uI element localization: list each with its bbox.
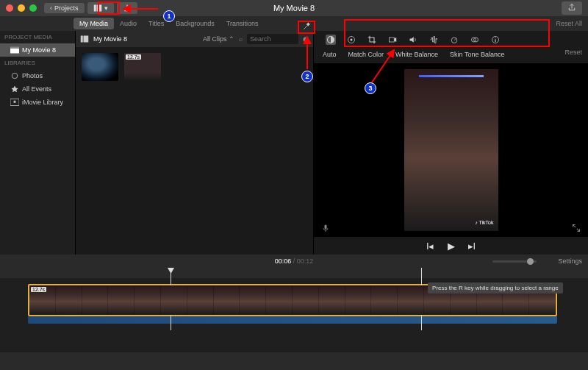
main-area: PROJECT MEDIA My Movie 8 LIBRARIES Photo… <box>0 31 588 255</box>
svg-rect-16 <box>325 225 327 230</box>
timeline-settings-button[interactable]: Settings <box>558 257 582 265</box>
svg-rect-7 <box>84 36 89 43</box>
sidebar: PROJECT MEDIA My Movie 8 LIBRARIES Photo… <box>0 31 76 255</box>
svg-rect-3 <box>10 47 19 49</box>
import-button[interactable] <box>117 2 137 14</box>
library-star-icon <box>10 98 19 107</box>
timeline-header: 00:06 / 00:12 Settings <box>0 255 588 268</box>
cb-match-color[interactable]: Match Color <box>348 51 384 58</box>
sidebar-item-project[interactable]: My Movie 8 <box>0 43 75 57</box>
play-icon[interactable]: ▶ <box>448 241 455 252</box>
sidebar-item-label: All Events <box>22 85 51 93</box>
clip-duration-badge: 12.7s <box>126 54 141 60</box>
back-label: Projects <box>54 4 79 12</box>
star-icon <box>10 85 19 93</box>
layout-icon <box>93 4 102 13</box>
preview-panel: Auto Match Color White Balance Skin Tone… <box>314 31 588 255</box>
sidebar-header-project-media: PROJECT MEDIA <box>0 31 75 43</box>
tab-backgrounds[interactable]: Backgrounds <box>170 18 220 29</box>
media-header: My Movie 8 All Clips ⌃ ⌕ ◐ <box>76 31 313 47</box>
search-input[interactable] <box>247 34 298 44</box>
cb-white-balance[interactable]: White Balance <box>395 51 438 58</box>
noise-reduction-icon[interactable] <box>429 35 439 45</box>
video-preview[interactable]: ♪ TikTok <box>404 69 498 231</box>
reset-button[interactable]: Reset <box>564 49 582 56</box>
range-select-tooltip: Press the R key while dragging to select… <box>428 282 563 293</box>
filter-icon[interactable]: ◐ <box>303 35 309 43</box>
chevron-down-icon: ▾ <box>104 4 108 12</box>
adjustments-icons <box>323 34 579 46</box>
sidebar-item-photos[interactable]: Photos <box>0 69 75 82</box>
chevron-left-icon: ‹ <box>50 4 52 12</box>
playback-controls: I◂ ▶ ▸I <box>314 237 588 255</box>
media-title: My Movie 8 <box>93 35 127 43</box>
photos-icon <box>10 71 19 80</box>
sidebar-item-label: Photos <box>22 72 43 79</box>
audio-clip-strip[interactable] <box>28 316 557 324</box>
svg-rect-1 <box>96 5 101 12</box>
speed-icon[interactable] <box>449 35 459 45</box>
svg-rect-2 <box>10 49 19 54</box>
fullscreen-preview-icon[interactable] <box>572 224 581 234</box>
clapperboard-icon <box>10 46 19 54</box>
adjustments-toolbar: Auto Match Color White Balance Skin Tone… <box>314 31 588 63</box>
svg-rect-11 <box>390 38 395 42</box>
search-icon: ⌕ <box>239 35 243 43</box>
share-button[interactable] <box>562 1 582 15</box>
svg-rect-0 <box>93 5 96 12</box>
minimize-window-icon[interactable] <box>18 4 25 12</box>
download-arrow-icon <box>123 4 132 13</box>
sidebar-header-libraries: LIBRARIES <box>0 57 75 69</box>
media-clip-2[interactable]: 12.7s <box>124 53 161 81</box>
tab-audio[interactable]: Audio <box>114 18 143 29</box>
svg-point-10 <box>351 39 353 41</box>
library-layout-button[interactable]: ▾ <box>87 2 114 14</box>
info-icon[interactable] <box>490 35 501 45</box>
sidebar-item-imovie-library[interactable]: iMovie Library <box>0 96 75 109</box>
sidebar-item-label: iMovie Library <box>22 99 63 106</box>
color-balance-tabs: Auto Match Color White Balance Skin Tone… <box>323 49 579 60</box>
zoom-slider[interactable] <box>492 260 537 263</box>
color-balance-icon[interactable] <box>326 35 336 45</box>
titlebar: ‹ Projects ▾ My Movie 8 <box>0 0 588 16</box>
tab-titles[interactable]: Titles <box>143 18 170 29</box>
tabs-row: My Media Audio Titles Backgrounds Transi… <box>0 16 588 31</box>
svg-rect-6 <box>81 36 83 43</box>
volume-icon[interactable] <box>408 35 418 45</box>
svg-point-4 <box>12 73 18 79</box>
media-panel: My Movie 8 All Clips ⌃ ⌕ ◐ 12.7s <box>76 31 314 255</box>
timeline-time: 00:06 / 00:12 <box>275 257 314 265</box>
next-frame-icon[interactable]: ▸I <box>468 241 476 252</box>
window-title: My Movie 8 <box>273 4 315 13</box>
cb-skin-tone[interactable]: Skin Tone Balance <box>450 51 504 58</box>
clip-filter-icon[interactable] <box>470 35 480 45</box>
timeline-ruler[interactable] <box>0 268 588 278</box>
media-clip-1[interactable] <box>82 53 118 81</box>
sidebar-item-label: My Movie 8 <box>22 46 56 54</box>
tiktok-watermark: ♪ TikTok <box>475 220 493 225</box>
list-toggle-icon[interactable] <box>80 35 89 43</box>
close-window-icon[interactable] <box>6 4 13 12</box>
fullscreen-window-icon[interactable] <box>29 4 37 12</box>
total-duration: 00:12 <box>297 257 314 265</box>
current-time: 00:06 <box>275 257 292 265</box>
voiceover-icon[interactable] <box>321 224 330 234</box>
back-projects-button[interactable]: ‹ Projects <box>44 3 85 13</box>
tab-my-media[interactable]: My Media <box>74 18 114 29</box>
clips-filter-dropdown[interactable]: All Clips ⌃ <box>203 35 234 43</box>
traffic-lights <box>6 4 37 12</box>
sidebar-item-all-events[interactable]: All Events <box>0 82 75 96</box>
timeline[interactable]: Press the R key while dragging to select… <box>0 268 588 352</box>
share-icon <box>567 3 576 12</box>
cb-auto[interactable]: Auto <box>323 51 337 58</box>
tab-transitions[interactable]: Transitions <box>220 18 265 29</box>
prev-frame-icon[interactable]: I◂ <box>426 241 434 252</box>
reset-all-button[interactable]: Reset All <box>556 20 582 27</box>
color-correction-icon[interactable] <box>346 35 356 45</box>
crop-icon[interactable] <box>367 35 377 45</box>
media-thumbnails: 12.7s <box>76 47 313 87</box>
enhance-wand-icon[interactable] <box>302 22 311 32</box>
preview-viewport: ♪ TikTok <box>314 63 588 237</box>
stabilization-icon[interactable] <box>387 35 398 45</box>
